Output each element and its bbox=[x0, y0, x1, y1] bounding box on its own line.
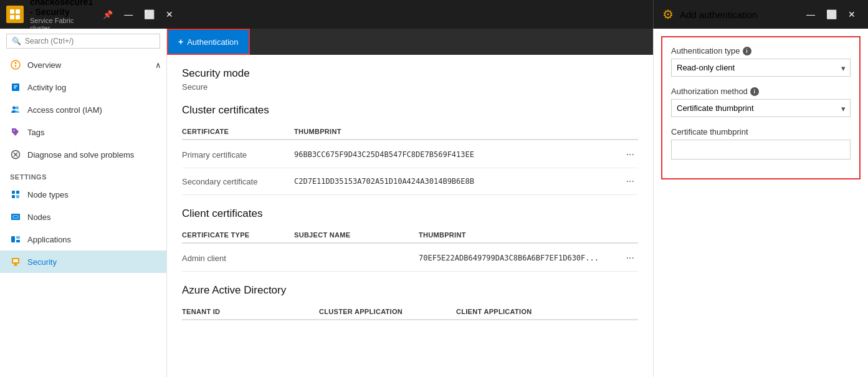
security-mode-value: Secure bbox=[182, 82, 638, 92]
svg-rect-19 bbox=[16, 195, 19, 198]
auth-type-select-wrapper: Read-only client Admin client bbox=[671, 59, 851, 77]
right-close-btn[interactable]: ✕ bbox=[844, 8, 859, 21]
primary-cert-menu-btn[interactable]: ··· bbox=[622, 148, 638, 161]
auth-method-group: Authorization method i Certificate thumb… bbox=[671, 87, 851, 117]
app-container: chackosecure1 - Security Service Fabric … bbox=[0, 0, 868, 377]
secondary-cert-thumbprint: C2D7E11DD35153A702A51D10A424A3014B9B6E8B bbox=[294, 177, 622, 186]
svg-rect-24 bbox=[16, 236, 20, 239]
fabric-icon bbox=[9, 9, 21, 20]
applications-label: Applications bbox=[27, 235, 71, 244]
tags-label: Tags bbox=[27, 128, 44, 137]
cert-col-header: CERTIFICATE bbox=[182, 128, 294, 135]
app-icon bbox=[6, 6, 24, 23]
diagnose-label: Diagnose and solve problems bbox=[27, 150, 134, 160]
sidebar-item-diagnose[interactable]: Diagnose and solve problems bbox=[0, 143, 166, 166]
node-types-icon bbox=[10, 189, 21, 200]
diagnose-icon bbox=[10, 149, 21, 160]
sidebar-nav: Overview ∧ Activity log Access control (… bbox=[0, 54, 166, 377]
svg-rect-27 bbox=[13, 259, 18, 262]
nodes-label: Nodes bbox=[27, 212, 51, 222]
secondary-cert-menu-btn[interactable]: ··· bbox=[622, 174, 638, 188]
overview-icon bbox=[10, 59, 21, 70]
tenant-id-col-header: TENANT ID bbox=[182, 308, 319, 315]
activity-log-svg bbox=[11, 82, 21, 92]
svg-point-5 bbox=[15, 62, 17, 64]
auth-method-select[interactable]: Certificate thumbprint Common name bbox=[671, 99, 851, 117]
authentication-tab[interactable]: + Authentication bbox=[167, 29, 250, 55]
svg-rect-18 bbox=[12, 195, 15, 198]
tab-plus-icon: + bbox=[178, 37, 183, 47]
primary-cert-thumbprint: 96BB3CC675F9D43C25D4B547FC8DE7B569F413EE bbox=[294, 150, 622, 159]
cert-thumbprint-input[interactable] bbox=[671, 140, 851, 160]
svg-rect-0 bbox=[10, 9, 14, 14]
table-row: Secondary certificate C2D7E11DD35153A702… bbox=[182, 168, 638, 195]
cluster-certs-header: CERTIFICATE THUMBPRINT bbox=[182, 124, 638, 140]
right-panel-form: Authentication type i Read-only client A… bbox=[661, 36, 861, 179]
client-certs-section: Client certificates CERTIFICATE TYPE SUB… bbox=[182, 208, 638, 272]
sidebar-item-applications[interactable]: Applications bbox=[0, 228, 166, 251]
svg-rect-28 bbox=[14, 265, 17, 266]
svg-rect-2 bbox=[10, 15, 14, 19]
minimize-btn[interactable]: — bbox=[120, 8, 136, 21]
svg-rect-22 bbox=[14, 216, 17, 217]
restore-btn[interactable]: ⬜ bbox=[140, 8, 158, 21]
azure-ad-section: Azure Active Directory TENANT ID CLUSTER… bbox=[182, 284, 638, 320]
iam-svg bbox=[11, 105, 21, 115]
iam-icon bbox=[10, 104, 21, 115]
search-icon: 🔍 bbox=[12, 37, 21, 45]
tab-bar: + Authentication bbox=[167, 29, 653, 55]
sidebar: 🔍 Overview ∧ Activity log bbox=[0, 29, 167, 377]
add-auth-icon: ⚙ bbox=[662, 7, 674, 22]
overview-label: Overview bbox=[27, 60, 61, 70]
client-app-col-header: CLIENT APPLICATION bbox=[456, 308, 638, 315]
right-minimize-btn[interactable]: — bbox=[803, 8, 819, 21]
cert-thumbprint-group: Certificate thumbprint bbox=[671, 127, 851, 160]
close-btn[interactable]: ✕ bbox=[162, 8, 177, 21]
secondary-cert-label: Secondary certificate bbox=[182, 177, 294, 186]
admin-cert-menu-btn[interactable]: ··· bbox=[622, 251, 638, 265]
subjname-col-header: SUBJECT NAME bbox=[294, 231, 419, 239]
left-title-bar: chackosecure1 - Security Service Fabric … bbox=[0, 0, 183, 29]
sidebar-item-tags[interactable]: Tags bbox=[0, 121, 166, 143]
auth-type-select[interactable]: Read-only client Admin client bbox=[671, 59, 851, 77]
svg-rect-23 bbox=[11, 236, 15, 242]
auth-type-group: Authentication type i Read-only client A… bbox=[671, 46, 851, 77]
search-box[interactable]: 🔍 bbox=[6, 34, 160, 49]
right-restore-btn[interactable]: ⬜ bbox=[823, 8, 841, 21]
auth-method-label-text: Authorization method bbox=[671, 87, 748, 96]
svg-point-10 bbox=[12, 107, 16, 110]
nodes-svg bbox=[11, 212, 21, 222]
sidebar-item-activity-log[interactable]: Activity log bbox=[0, 76, 166, 98]
window-title: chackosecure1 - Security bbox=[30, 0, 93, 17]
overview-svg-icon bbox=[11, 60, 21, 70]
auth-type-label-text: Authentication type bbox=[671, 46, 740, 55]
primary-cert-label: Primary certificate bbox=[182, 150, 294, 160]
sidebar-item-iam[interactable]: Access control (IAM) bbox=[0, 98, 166, 121]
auth-type-info-icon[interactable]: i bbox=[743, 47, 751, 55]
auth-method-info-icon[interactable]: i bbox=[750, 87, 759, 96]
cluster-certs-title: Cluster certificates bbox=[182, 104, 638, 117]
client-thumb-col-header: THUMBPRINT bbox=[419, 231, 638, 239]
content-area: + Authentication Security mode Secure Cl… bbox=[167, 29, 653, 377]
sidebar-item-security[interactable]: Security bbox=[0, 251, 166, 273]
activity-log-icon bbox=[10, 82, 21, 93]
svg-point-11 bbox=[16, 107, 19, 110]
admin-thumbprint: 70EF5E22ADB649799DA3C8B6A6BF7EF1D630F... bbox=[419, 254, 622, 262]
sidebar-item-overview[interactable]: Overview ∧ bbox=[0, 54, 166, 76]
sidebar-item-nodes[interactable]: Nodes bbox=[0, 206, 166, 228]
applications-icon bbox=[10, 234, 21, 245]
node-types-label: Node types bbox=[27, 190, 69, 199]
overview-collapse[interactable]: ∧ bbox=[155, 60, 161, 70]
iam-label: Access control (IAM) bbox=[27, 105, 102, 115]
table-row: Admin client 70EF5E22ADB649799DA3C8B6A6B… bbox=[182, 245, 638, 272]
tags-icon bbox=[10, 126, 21, 138]
diagnose-svg bbox=[11, 150, 21, 160]
activity-log-label: Activity log bbox=[27, 83, 66, 92]
thumb-col-header: THUMBPRINT bbox=[294, 128, 638, 135]
sidebar-item-node-types[interactable]: Node types bbox=[0, 183, 166, 206]
tab-label: Authentication bbox=[187, 37, 238, 47]
svg-rect-16 bbox=[12, 191, 15, 194]
svg-rect-25 bbox=[16, 240, 20, 242]
pin-btn[interactable]: 📌 bbox=[99, 8, 117, 21]
search-input[interactable] bbox=[25, 37, 155, 45]
